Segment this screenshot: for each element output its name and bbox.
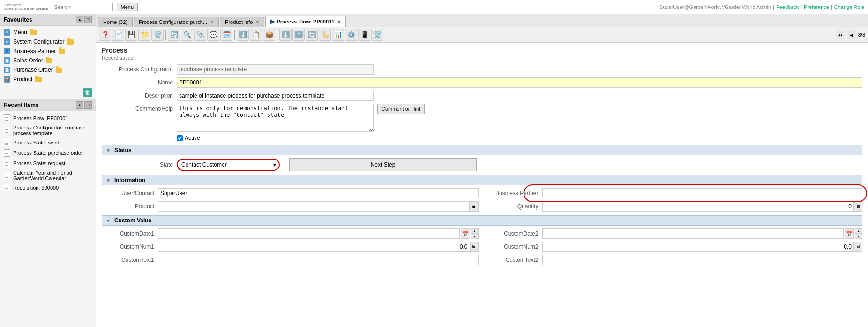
custom-num1-input[interactable] [158,242,470,252]
preference-link[interactable]: Preference [804,4,829,10]
sidebar-item-system-configurator[interactable]: ⚙ System Configurator [0,37,96,46]
nav-prev-btn[interactable]: ◀ [847,30,856,39]
recent-item-5[interactable]: Calendar Year and Period: GardenWorld Ca… [0,168,96,183]
feedback-link[interactable]: Feedback [776,4,799,10]
recent-item-label-6: Requisition: 900000 [13,185,59,190]
toolbar-refresh-btn[interactable]: 🔄 [168,29,180,41]
sidebar-item-product[interactable]: 📦 Product [0,75,96,84]
favourites-expand-btn[interactable]: □ [84,16,92,23]
custom-num2-calc-btn[interactable]: 🖩 [854,242,862,252]
toolbar-list-btn[interactable]: 📋 [250,29,262,41]
toolbar-arrow-down-btn[interactable]: ⬇️ [279,29,292,41]
recent-item-2[interactable]: Process State: send [0,137,96,148]
custom-date1-spin-dn[interactable]: ▼ [471,234,479,239]
sidebar-item-purchase-order[interactable]: 📄 Purchase Order [0,65,96,75]
description-input[interactable] [177,91,374,101]
search-input[interactable] [52,3,113,11]
toolbar-cycle-btn[interactable]: 🔄 [306,29,318,41]
comment-hint-btn[interactable]: Comment or Hint [377,104,425,114]
sidebar-item-sales-order[interactable]: 📄 Sales Order [0,56,96,65]
custom-num1-calc-btn[interactable]: 🖩 [470,242,479,252]
tab-product-info-label: Product Info [225,19,253,25]
toolbar-find-btn[interactable]: 🔍 [181,29,193,41]
custom-date2-spin-dn[interactable]: ▼ [855,234,862,239]
process-configurator-input[interactable] [177,64,374,75]
custom-text1-input[interactable] [158,255,479,265]
sidebar: Favourites ▲ □ ≡ Menu ⚙ System Configura… [0,14,96,327]
next-step-button[interactable]: Next Step [289,158,477,171]
doc-icon-4 [4,160,10,167]
favourites-collapse-btn[interactable]: ▲ [76,16,83,23]
recycle-bin[interactable]: 🗑 [83,88,92,97]
custom-date1-input[interactable] [158,228,460,239]
product-col: Product ■ [102,201,479,212]
quantity-input[interactable] [542,201,854,212]
custom-date2-input[interactable] [542,228,844,239]
custom-date1-col: CustomDate1 📅 ▲ ▼ [102,228,479,239]
active-checkbox[interactable] [177,135,183,141]
recent-item-0[interactable]: Process Flow: PP00001 [0,113,96,123]
state-label: State [102,161,177,168]
tab-process-configurator-label: Process Configurator: purch... [139,19,207,25]
tab-home[interactable]: Home (32) [98,17,133,27]
toolbar-settings-btn[interactable]: ⚙️ [345,29,357,41]
custom-text2-input[interactable] [542,255,863,265]
name-input[interactable] [177,77,862,88]
custom-date1-spin-up[interactable]: ▲ [471,228,479,234]
recent-item-3[interactable]: Process State: purchase order [0,148,96,158]
product-lookup-btn[interactable]: ■ [469,201,479,212]
tab-process-flow-close[interactable]: ✕ [337,19,341,24]
toolbar-tag-btn[interactable]: 🏷️ [319,29,331,41]
toolbar-attach-btn[interactable]: 📎 [194,29,206,41]
recent-items-collapse-btn[interactable]: ▲ [76,101,83,109]
sidebar-item-business-partner[interactable]: 👤 Business Partner [0,46,96,56]
custom-num2-input[interactable] [542,242,854,252]
comment-row: Comment/Help this is only for demonstrat… [102,104,862,132]
toolbar-delete-btn[interactable]: 🗑️ [151,29,164,41]
custom-date2-spin-up[interactable]: ▲ [855,228,862,234]
information-toggle[interactable]: ▼ [106,178,111,183]
custom-value-toggle[interactable]: ▼ [106,218,111,223]
tab-product-info-close[interactable]: ✕ [255,20,259,25]
tab-product-info[interactable]: Product Info ✕ [220,17,264,27]
custom-date1-label: CustomDate1 [102,230,158,237]
tab-process-configurator-close[interactable]: ✕ [210,20,214,25]
user-contact-input[interactable] [158,188,479,198]
recent-item-label-3: Process State: purchase order [13,150,83,156]
recent-items-expand-btn[interactable]: □ [84,101,92,109]
toolbar-calendar-btn[interactable]: 🗓️ [220,29,232,41]
quantity-calc-btn[interactable]: 🖩 [854,201,862,212]
toolbar-mobile-btn[interactable]: 📱 [358,29,370,41]
recent-item-1[interactable]: Process Configurator: purchase process t… [0,123,96,137]
custom-date1-cal-btn[interactable]: 📅 [461,228,470,239]
doc-icon-6 [4,184,10,191]
business-partner-input[interactable] [542,188,863,198]
sidebar-item-menu[interactable]: ≡ Menu [0,28,96,37]
comment-label: Comment/Help [102,104,177,112]
business-partner-wrapper [542,188,863,198]
toolbar-open-btn[interactable]: 📁 [138,29,150,41]
recent-item-6[interactable]: Requisition: 900000 [0,183,96,193]
toolbar-save-btn[interactable]: 💾 [125,29,137,41]
toolbar-new-btn[interactable]: 📄 [112,29,124,41]
status-toggle[interactable]: ▼ [106,148,111,153]
user-bp-row: User/Contact Business Partner [102,188,862,198]
toolbar-help-btn[interactable]: ❓ [99,29,111,41]
recent-item-4[interactable]: Process State: request [0,158,96,168]
change-role-link[interactable]: Change Role [834,4,864,10]
tab-process-configurator[interactable]: Process Configurator: purch... ✕ [134,17,219,27]
custom-date2-cal-btn[interactable]: 📅 [845,228,854,239]
comment-textarea[interactable]: this is only for demonstration. The inst… [177,104,374,132]
tab-process-flow[interactable]: ▶ Process Flow: PP00001 ✕ [265,16,346,27]
toolbar-arrow-up-btn[interactable]: ⬆️ [292,29,305,41]
toolbar-down-btn[interactable]: ⬇️ [237,29,249,41]
state-dropdown[interactable]: Contact Customer Send Purchase Order Req… [177,159,280,171]
toolbar-chat-btn[interactable]: 💬 [207,29,219,41]
product-input[interactable] [158,201,469,212]
menu-button[interactable]: Menu [117,3,138,11]
toolbar-trash-btn[interactable]: 🗑️ [371,29,383,41]
process-configurator-row: Process Configurator: [102,64,862,75]
toolbar-package-btn[interactable]: 📦 [263,29,275,41]
nav-first-btn[interactable]: ⏮ [836,30,845,39]
toolbar-chart-btn[interactable]: 📊 [332,29,344,41]
